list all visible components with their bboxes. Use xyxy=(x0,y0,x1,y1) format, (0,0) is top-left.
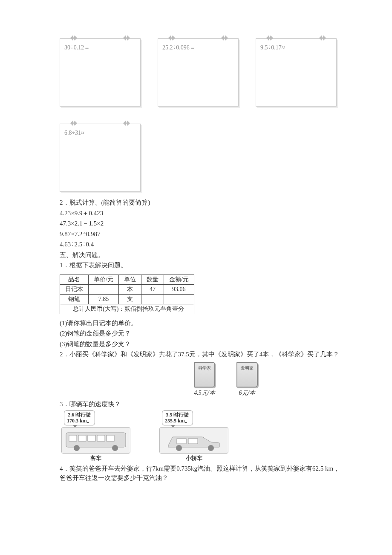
sub-question: (2)钢笔的金额是多少元？ xyxy=(60,329,341,338)
calc-card: 30÷0.12＝ xyxy=(60,38,141,107)
table-footer-row: 总计人民币(大写)：贰佰捌拾玖元叁角壹分 xyxy=(60,304,194,314)
td xyxy=(89,284,119,294)
table-header-row: 品名 单价/元 单位 数量 金额/元 xyxy=(60,275,194,284)
expr-item: 9.87×7.2÷0.987 xyxy=(60,229,341,239)
svg-point-7 xyxy=(112,445,118,451)
book-icon: 发明家 xyxy=(236,362,258,387)
calc-card: 25.2÷0.096＝ xyxy=(158,38,239,107)
td: 47 xyxy=(141,284,164,294)
vehicles-row: 2.6 时行驶 170.3 km。 客车 3.5 时行驶 255.5 km。 小… xyxy=(60,410,341,462)
section-title: 2．脱式计算。(能简算的要简算) xyxy=(60,198,341,208)
table-row: 钢笔 7.85 支 xyxy=(60,294,194,304)
book-price: 6元/本 xyxy=(239,389,256,397)
svg-point-10 xyxy=(176,445,182,451)
calc-expression: 25.2÷0.096＝ xyxy=(162,44,196,51)
table-footer: 总计人民币(大写)：贰佰捌拾玖元叁角壹分 xyxy=(60,304,194,314)
bow-icon xyxy=(318,34,327,42)
sub-question: (1)请你算出日记本的单价。 xyxy=(60,318,341,328)
books-row: 科学家 4.5元/本 发明家 6元/本 xyxy=(111,362,341,397)
bubble-line: 170.3 km。 xyxy=(67,418,92,424)
expr-item: 47.3×2.1－1.5×2 xyxy=(60,219,341,228)
svg-rect-5 xyxy=(107,435,114,441)
bubble-line: 2.6 时行驶 xyxy=(67,412,92,418)
svg-rect-1 xyxy=(69,435,77,441)
bus-icon xyxy=(61,427,130,454)
td: 日记本 xyxy=(60,284,89,294)
bow-icon xyxy=(69,34,78,42)
th: 单位 xyxy=(118,275,141,284)
car-icon xyxy=(159,427,228,454)
book-price: 4.5元/本 xyxy=(194,389,215,397)
td: 钢笔 xyxy=(60,294,89,304)
th: 品名 xyxy=(60,275,89,284)
question-text: 4．笑笑的爸爸开车去外婆家，行7km需要0.735kg汽油。照这样计算，从笑笑家… xyxy=(60,464,341,483)
table-row: 日记本 本 47 93.06 xyxy=(60,284,194,294)
th: 单价/元 xyxy=(89,275,119,284)
calc-expression: 30÷0.12＝ xyxy=(64,44,90,51)
calc-expression: 9.5÷0.17≈ xyxy=(260,44,285,51)
book-item: 科学家 4.5元/本 xyxy=(194,362,215,397)
calc-card: 6.8÷31≈ xyxy=(60,124,141,192)
section-heading: 五、解决问题。 xyxy=(60,250,341,260)
vehicle-label: 小轿车 xyxy=(186,454,202,462)
price-table: 品名 单价/元 单位 数量 金额/元 日记本 本 47 93.06 钢笔 7.8… xyxy=(60,275,194,314)
td: 93.06 xyxy=(164,284,194,294)
speech-bubble: 2.6 时行驶 170.3 km。 xyxy=(64,410,95,425)
book-icon: 科学家 xyxy=(194,362,215,387)
speech-bubble: 3.5 时行驶 255.5 km。 xyxy=(162,410,193,425)
td: 本 xyxy=(118,284,141,294)
svg-rect-3 xyxy=(88,435,95,441)
svg-rect-9 xyxy=(188,439,198,444)
vehicle-label: 客车 xyxy=(90,454,101,462)
vehicle-item: 3.5 时行驶 255.5 km。 小轿车 xyxy=(158,410,230,462)
bow-icon xyxy=(69,119,78,127)
question-text: 2．小丽买《科学家》和《发明家》共花了37.5元，其中《发明家》买了4本，《科学… xyxy=(60,350,341,359)
bow-icon xyxy=(122,119,131,127)
bow-icon xyxy=(265,34,274,42)
bow-icon xyxy=(167,34,176,42)
td: 支 xyxy=(118,294,141,304)
book-title: 科学家 xyxy=(198,365,211,371)
bow-icon xyxy=(122,34,131,42)
svg-rect-4 xyxy=(97,435,105,441)
bubble-line: 255.5 km。 xyxy=(165,418,190,424)
book-title: 发明家 xyxy=(241,365,254,371)
bubble-line: 3.5 时行驶 xyxy=(165,412,190,418)
th: 金额/元 xyxy=(164,275,194,284)
svg-rect-2 xyxy=(78,435,86,441)
vehicle-item: 2.6 时行驶 170.3 km。 客车 xyxy=(60,410,132,462)
td: 7.85 xyxy=(89,294,119,304)
calc-card-grid: 30÷0.12＝ 25.2÷0.096＝ 9.5÷0.17≈ 6.8÷31≈ xyxy=(60,38,341,192)
expr-item: 4.63÷2.5÷0.4 xyxy=(60,240,341,249)
calc-expression: 6.8÷31≈ xyxy=(64,130,84,136)
th: 数量 xyxy=(141,275,164,284)
td xyxy=(164,294,194,304)
question-title: 1．根据下表解决问题。 xyxy=(60,260,341,270)
calc-card: 9.5÷0.17≈ xyxy=(256,38,337,107)
book-item: 发明家 6元/本 xyxy=(236,362,258,397)
question-text: 3．哪辆车的速度快？ xyxy=(60,399,341,409)
svg-point-6 xyxy=(74,445,80,451)
svg-rect-8 xyxy=(177,439,186,444)
td xyxy=(141,294,164,304)
bow-icon xyxy=(220,34,229,42)
sub-question: (3)钢笔的数量是多少支？ xyxy=(60,339,341,349)
svg-point-11 xyxy=(208,445,214,451)
expr-item: 4.23×9.9＋0.423 xyxy=(60,208,341,218)
